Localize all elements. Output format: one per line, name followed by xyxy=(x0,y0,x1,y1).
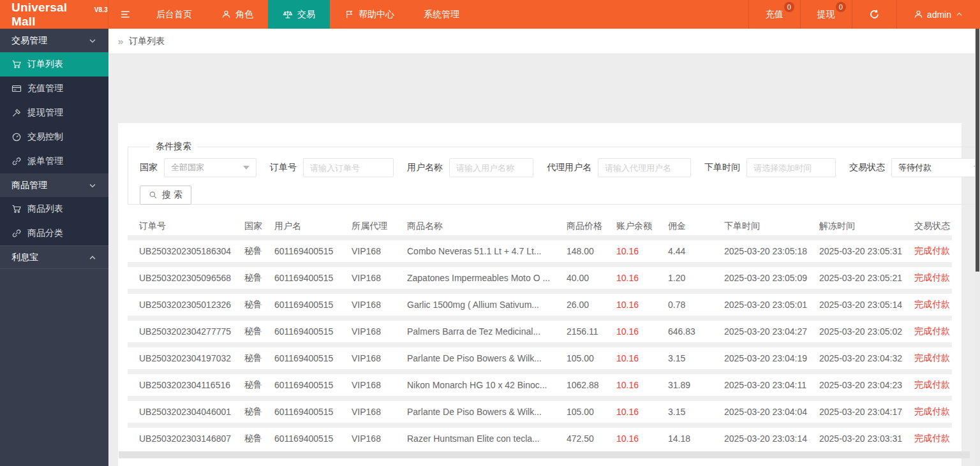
cell-order-time: 2025-03-20 23:04:27 xyxy=(724,326,819,337)
orders-table: 订单号国家用户名所属代理商品名称商品价格账户余额佣金下单时间解冻时间交易状态UB… xyxy=(128,217,952,449)
brand-version: V8.3 xyxy=(94,6,108,13)
trade-status-select[interactable]: 等待付款 xyxy=(891,158,980,177)
order-time-input[interactable] xyxy=(746,158,836,177)
table-row: UB2503202305096568秘鲁601169400515VIP168Za… xyxy=(128,267,952,289)
nav-item-label: 角色 xyxy=(235,9,253,20)
cell-account-balance: 10.16 xyxy=(616,433,668,444)
sidebar-item-label: 派单管理 xyxy=(27,156,63,167)
nav-item-system[interactable]: 系统管理 xyxy=(409,0,474,29)
cell-order-time: 2025-03-20 23:05:09 xyxy=(724,273,819,283)
card-icon xyxy=(11,84,22,94)
vertical-scrollbar-thumb[interactable] xyxy=(976,29,979,272)
recharge-label: 充值 xyxy=(766,9,783,20)
cell-country: 秘鲁 xyxy=(244,326,274,337)
sidebar-submenu-goods: 商品列表 商品分类 xyxy=(0,197,108,245)
brand-logo[interactable]: Universal Mall V8.3 xyxy=(0,0,108,29)
country-select[interactable]: 全部国家 xyxy=(164,158,256,177)
cell-username: 601169400515 xyxy=(274,407,352,417)
username-input[interactable] xyxy=(449,158,533,177)
cell-product-name: Palmers Barra de Tez Medicinal... xyxy=(407,326,567,337)
cell-unfreeze-time: 2025-03-20 23:05:31 xyxy=(819,246,914,256)
menu-toggle-button[interactable] xyxy=(108,0,142,29)
user-menu[interactable]: admin xyxy=(896,0,980,29)
order-no-input[interactable] xyxy=(303,158,394,177)
sidebar-group-trade-management[interactable]: 交易管理 xyxy=(0,29,108,52)
sidebar-item-withdraw-management[interactable]: 提现管理 xyxy=(0,101,108,125)
cell-product-price: 105.00 xyxy=(567,407,616,417)
cell-unfreeze-time: 2025-03-20 23:05:02 xyxy=(819,326,914,337)
withdraw-button[interactable]: 提现 0 xyxy=(800,0,852,29)
sidebar-item-label: 交易控制 xyxy=(27,131,63,143)
cell-order-no: UB2503202303146807 xyxy=(139,433,244,444)
sidebar-item-goods-category[interactable]: 商品分类 xyxy=(0,221,108,245)
sidebar-group-interest-treasure[interactable]: 利息宝 xyxy=(0,245,108,269)
cell-product-price: 2156.11 xyxy=(567,326,616,337)
cell-trade-status: 完成付款 xyxy=(914,245,952,257)
table-row: UB2503202305012326秘鲁601169400515VIP168Ga… xyxy=(128,294,952,316)
cell-agent: VIP168 xyxy=(352,300,407,310)
table-row: UB2503202304197032秘鲁601169400515VIP168Pa… xyxy=(128,347,952,369)
cart-icon xyxy=(11,204,22,214)
refresh-button[interactable] xyxy=(852,0,896,29)
header-account-balance: 账户余额 xyxy=(616,221,668,232)
cell-account-balance: 10.16 xyxy=(616,300,668,310)
user-icon xyxy=(221,10,231,19)
field-label: 国家 xyxy=(140,162,158,173)
orders-card: 条件搜索 国家 全部国家 订单号 用户名称 xyxy=(118,123,961,466)
recharge-button[interactable]: 充值 0 xyxy=(748,0,800,29)
nav-item-trade[interactable]: 交易 xyxy=(268,0,330,29)
cell-order-time: 2025-03-20 23:05:18 xyxy=(724,246,819,256)
cell-product-name: Razer Huntsman Elite con tecla... xyxy=(407,433,567,444)
user-icon xyxy=(914,10,923,19)
cell-product-price: 148.00 xyxy=(567,246,616,256)
nav-item-dashboard[interactable]: 后台首页 xyxy=(142,0,207,29)
user-name: admin xyxy=(927,10,951,20)
header-product-price: 商品价格 xyxy=(567,221,616,232)
search-button[interactable]: 搜 索 xyxy=(140,186,191,205)
nav-item-roles[interactable]: 角色 xyxy=(207,0,268,29)
sidebar-item-order-list[interactable]: 订单列表 xyxy=(0,52,108,76)
header-country: 国家 xyxy=(244,221,274,232)
cell-country: 秘鲁 xyxy=(244,353,274,364)
content-area: 条件搜索 国家 全部国家 订单号 用户名称 xyxy=(108,54,980,466)
chevron-up-icon xyxy=(955,10,963,18)
cell-trade-status: 完成付款 xyxy=(914,406,952,418)
cell-country: 秘鲁 xyxy=(244,272,274,284)
select-caret-icon xyxy=(243,166,249,170)
scales-icon xyxy=(283,10,293,20)
cell-commission: 3.15 xyxy=(668,353,724,363)
hammer-icon xyxy=(11,108,22,118)
cell-order-time: 2025-03-20 23:05:01 xyxy=(724,300,819,310)
cell-product-price: 26.00 xyxy=(567,300,616,310)
cell-unfreeze-time: 2025-03-20 23:05:14 xyxy=(819,300,914,310)
header-agent: 所属代理 xyxy=(352,221,407,232)
search-form-row: 国家 全部国家 订单号 用户名称 代理用户名 xyxy=(140,158,980,177)
flag-icon xyxy=(345,10,354,19)
cell-country: 秘鲁 xyxy=(244,379,274,391)
cell-product-name: Parlante De Piso Bowers & Wilk... xyxy=(407,353,567,363)
cell-trade-status: 完成付款 xyxy=(914,299,952,310)
agent-username-input[interactable] xyxy=(598,158,691,177)
search-icon xyxy=(149,191,158,200)
link-icon xyxy=(11,156,22,166)
nav-item-label: 交易 xyxy=(297,9,315,20)
table-header-row: 订单号国家用户名所属代理商品名称商品价格账户余额佣金下单时间解冻时间交易状态 xyxy=(128,217,952,235)
sidebar-item-recharge-management[interactable]: 充值管理 xyxy=(0,76,108,101)
sidebar-item-label: 商品分类 xyxy=(27,228,63,239)
cell-agent: VIP168 xyxy=(352,353,407,363)
sidebar-item-dispatch-management[interactable]: 派单管理 xyxy=(0,149,108,173)
sidebar-item-trade-control[interactable]: 交易控制 xyxy=(0,125,108,149)
cell-product-name: Combo Neveras 51.1 Lt + 4.7 Lt... xyxy=(407,246,567,256)
chevron-down-icon xyxy=(88,36,97,45)
nav-item-help-center[interactable]: 帮助中心 xyxy=(330,0,409,29)
header-unfreeze-time: 解冻时间 xyxy=(819,221,914,232)
sidebar-item-goods-list[interactable]: 商品列表 xyxy=(0,197,108,221)
table-row: UB2503202303146807秘鲁601169400515VIP168Ra… xyxy=(128,428,952,449)
search-button-label: 搜 索 xyxy=(162,189,182,201)
refresh-icon xyxy=(869,9,880,20)
cart-icon xyxy=(11,59,22,69)
header-username: 用户名 xyxy=(274,221,352,232)
sidebar-group-goods-management[interactable]: 商品管理 xyxy=(0,173,108,197)
horizontal-scrollbar[interactable] xyxy=(119,451,970,458)
cell-agent: VIP168 xyxy=(352,380,407,390)
